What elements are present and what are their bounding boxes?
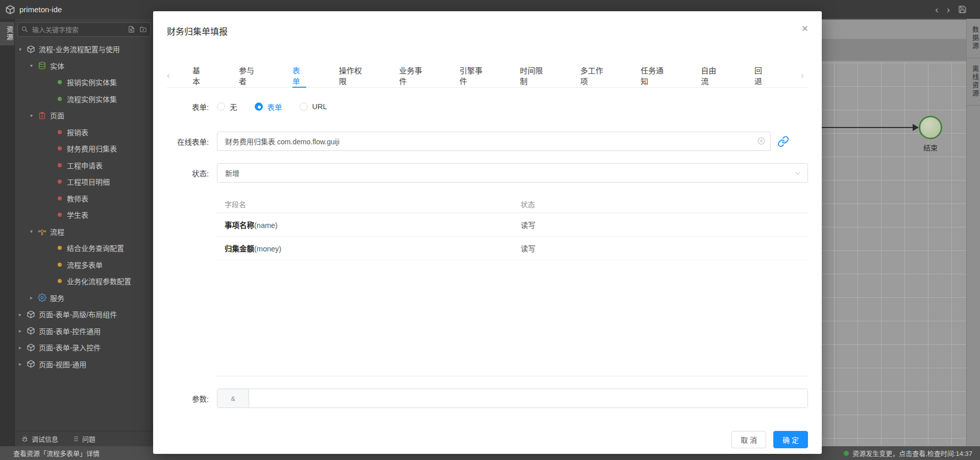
tab-business-events[interactable]: 业务事件 bbox=[399, 64, 427, 88]
confirm-button[interactable]: 确 定 bbox=[773, 431, 808, 448]
dot-red-icon bbox=[58, 213, 62, 217]
tree-item[interactable]: 财务费用归集表 bbox=[15, 140, 153, 157]
radio-option-none[interactable]: 无 bbox=[217, 101, 237, 112]
tab-multi-workitem[interactable]: 多工作项 bbox=[580, 64, 608, 88]
tree-item[interactable]: ▾流程-业务流程配置与使用 bbox=[15, 41, 153, 58]
tree-item[interactable]: 教师表 bbox=[15, 190, 153, 207]
package-icon bbox=[26, 44, 35, 54]
flow-end-node[interactable] bbox=[919, 116, 942, 139]
close-icon[interactable]: ✕ bbox=[801, 24, 808, 33]
dialog-tabs: 基本参与者表单操作权限业务事件引擎事件时间限制多工作项任务通知自由流回退 bbox=[192, 64, 801, 87]
status-select[interactable]: 新增 bbox=[217, 163, 808, 183]
tab-engine-events[interactable]: 引擎事件 bbox=[459, 64, 487, 88]
right-tab-data-source[interactable]: 数据源 bbox=[967, 19, 980, 58]
right-tab-offline-resources[interactable]: 离线资源 bbox=[967, 58, 980, 106]
resource-change-notice[interactable]: 资源发生变更，点击查看,检查时间:14:37 bbox=[844, 448, 972, 458]
tree-item[interactable]: ▾实体 bbox=[15, 58, 153, 74]
flow-icon bbox=[37, 227, 46, 236]
flow-end-node-label: 结束 bbox=[912, 142, 949, 152]
tree-item[interactable]: 工程申请表 bbox=[15, 157, 153, 174]
dot-red-icon bbox=[58, 146, 62, 150]
dot-orange-icon bbox=[58, 279, 62, 283]
tree-item[interactable]: ▸页面-表单-高级/布局组件 bbox=[15, 306, 153, 323]
dialog-tab-bar: ‹ 基本参与者表单操作权限业务事件引擎事件时间限制多工作项任务通知自由流回退 › bbox=[167, 64, 808, 88]
package-icon bbox=[26, 310, 35, 319]
expand-arrow-icon[interactable]: ▸ bbox=[19, 361, 26, 367]
radio-option-form[interactable]: 表单 bbox=[255, 101, 282, 112]
cancel-button[interactable]: 取 消 bbox=[731, 431, 766, 448]
tree-item[interactable]: ▸页面-表单-录入控件 bbox=[15, 339, 153, 356]
tree-item[interactable]: ▸页面-表单-控件通用 bbox=[15, 323, 153, 340]
tree-item[interactable]: 报销表 bbox=[15, 124, 153, 141]
tree-item-label: 页面-表单-高级/布局组件 bbox=[39, 309, 117, 319]
problems-label: 问题 bbox=[82, 434, 95, 444]
right-tab-bar: 数据源离线资源 bbox=[966, 19, 980, 446]
tree-item[interactable]: 报销实例实体集 bbox=[15, 74, 153, 91]
tree-item[interactable]: 学生表 bbox=[15, 207, 153, 223]
tree-item[interactable]: ▸服务 bbox=[15, 290, 153, 306]
status-label: 状态: bbox=[153, 168, 209, 178]
expand-arrow-icon[interactable]: ▸ bbox=[19, 345, 26, 350]
problems-button[interactable]: 问题 bbox=[71, 434, 95, 444]
clear-input-icon[interactable] bbox=[757, 137, 766, 145]
activity-tab-resources[interactable]: 资源 bbox=[0, 22, 14, 45]
debug-info-label: 调试信息 bbox=[32, 434, 58, 444]
tree-item-label: 页面 bbox=[50, 110, 64, 120]
save-icon[interactable] bbox=[958, 5, 967, 14]
radio-option-url[interactable]: URL bbox=[300, 103, 327, 111]
tab-task-notification[interactable]: 任务通知 bbox=[641, 64, 668, 88]
list-icon bbox=[71, 435, 79, 443]
field-status-cell: 读写 bbox=[521, 243, 808, 253]
table-row[interactable]: 归集金额(money)读写 bbox=[217, 237, 808, 260]
radio-unchecked-icon bbox=[217, 103, 225, 111]
file-search-icon[interactable] bbox=[128, 25, 135, 33]
tab-time-limit[interactable]: 时间限制 bbox=[520, 64, 548, 88]
tree-item[interactable]: 业务化流程参数配置 bbox=[15, 273, 153, 290]
tree-item[interactable]: ▸页面-视图-通用 bbox=[15, 356, 153, 373]
tree-item-label: 流程多表单 bbox=[67, 260, 103, 270]
nav-back-icon[interactable]: ‹ bbox=[935, 5, 938, 14]
package-icon bbox=[26, 360, 35, 369]
form-type-radio-group: 无表单URL bbox=[217, 101, 808, 112]
page-icon bbox=[37, 111, 46, 120]
table-row[interactable]: 事项名称(name)读写 bbox=[217, 213, 808, 237]
app-title: primeton-ide bbox=[19, 5, 62, 14]
tab-participants[interactable]: 参与者 bbox=[239, 64, 260, 88]
tree-item[interactable]: 流程多表单 bbox=[15, 257, 153, 273]
new-folder-icon[interactable] bbox=[139, 25, 147, 33]
params-input[interactable] bbox=[249, 389, 807, 407]
tab-free-flow[interactable]: 自由流 bbox=[701, 64, 722, 88]
tab-form[interactable]: 表单 bbox=[292, 64, 306, 88]
tree-item[interactable]: 结合业务查询配置 bbox=[15, 240, 153, 257]
expand-arrow-icon[interactable]: ▸ bbox=[30, 295, 37, 300]
dialog-footer: 取 消 确 定 bbox=[731, 431, 808, 448]
online-form-input[interactable] bbox=[217, 132, 771, 151]
tree-item-label: 教师表 bbox=[67, 193, 88, 203]
tabs-scroll-left-icon[interactable]: ‹ bbox=[167, 70, 174, 81]
collapse-arrow-icon[interactable]: ▾ bbox=[30, 113, 37, 118]
collapse-arrow-icon[interactable]: ▾ bbox=[30, 228, 37, 234]
tab-basic[interactable]: 基本 bbox=[192, 64, 206, 88]
nav-forward-icon[interactable]: › bbox=[947, 5, 950, 14]
tab-operation-permission[interactable]: 操作权限 bbox=[339, 64, 366, 88]
radio-checked-icon bbox=[255, 103, 263, 111]
table-body: 事项名称(name)读写归集金额(money)读写 bbox=[217, 213, 808, 260]
tree-item-label: 页面-视图-通用 bbox=[39, 359, 86, 369]
tree-item[interactable]: 流程实例实体集 bbox=[15, 91, 153, 108]
tabs-scroll-right-icon[interactable]: › bbox=[801, 70, 808, 81]
expand-arrow-icon[interactable]: ▸ bbox=[19, 312, 26, 317]
expand-arrow-icon[interactable]: ▸ bbox=[19, 328, 26, 334]
status-row: 状态: 新增 bbox=[153, 163, 808, 183]
debug-info-button[interactable]: 调试信息 bbox=[21, 434, 58, 444]
tab-rollback[interactable]: 回退 bbox=[754, 64, 768, 88]
tree-item[interactable]: 工程项目明细 bbox=[15, 173, 153, 190]
tree-item-label: 结合业务查询配置 bbox=[67, 243, 124, 253]
collapse-arrow-icon[interactable]: ▾ bbox=[30, 63, 37, 68]
radio-unchecked-icon bbox=[300, 103, 308, 111]
link-icon[interactable] bbox=[777, 136, 789, 147]
resource-change-text: 资源发生变更，点击查看,检查时间:14:37 bbox=[852, 448, 972, 458]
tree-item[interactable]: ▾流程 bbox=[15, 223, 153, 240]
dot-green-icon bbox=[58, 97, 62, 101]
collapse-arrow-icon[interactable]: ▾ bbox=[19, 46, 26, 52]
tree-item[interactable]: ▾页面 bbox=[15, 107, 153, 124]
